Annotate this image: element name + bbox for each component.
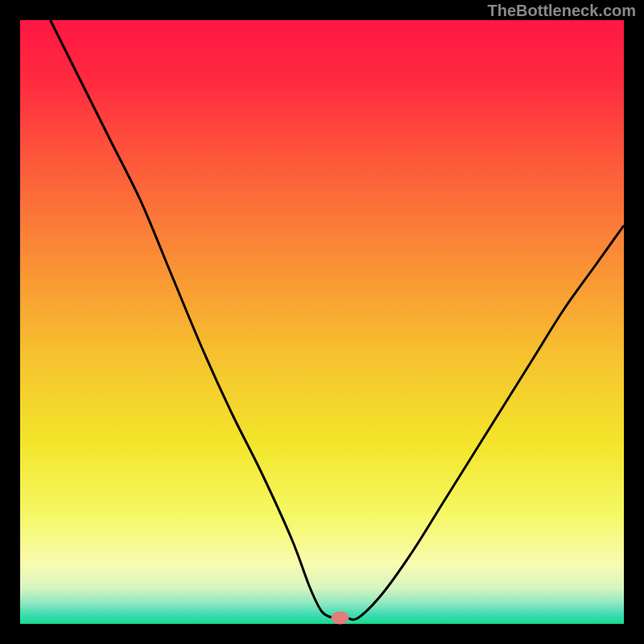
plot-background <box>20 20 624 624</box>
watermark-text: TheBottleneck.com <box>488 2 636 20</box>
chart-container: TheBottleneck.com <box>0 0 644 644</box>
bottleneck-chart <box>0 0 644 644</box>
optimal-point-marker <box>332 612 349 625</box>
